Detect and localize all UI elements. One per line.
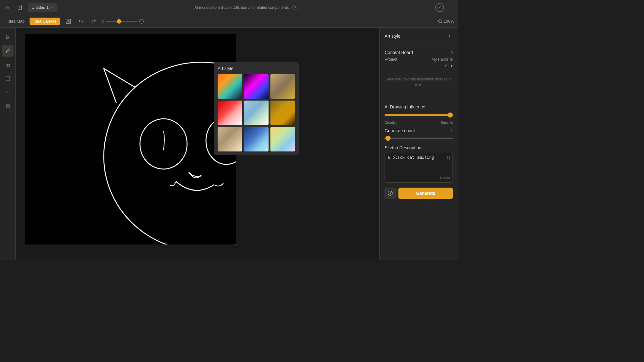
svg-rect-12 — [6, 77, 10, 80]
generate-count-row: Generate count 1 — [385, 128, 453, 133]
project-value: My Favorite — [431, 57, 453, 62]
idea-map-tab[interactable]: Idea Map — [4, 18, 28, 25]
top-bar-center: AI models from Stable Diffusion and rela… — [57, 5, 435, 10]
divider-1 — [385, 45, 453, 45]
text-edit-icon[interactable]: T| — [446, 155, 450, 160]
top-bar: ⌂ Untitled 1 × AI models from Stable Dif… — [0, 0, 458, 15]
home-button[interactable]: ⌂ — [3, 3, 13, 13]
art-style-header: Art style + — [385, 33, 453, 40]
content-board-count: 0 — [451, 50, 453, 55]
ai-influence-slider-thumb[interactable] — [448, 112, 453, 118]
sketch-description-section: Sketch Description a black cat smiling T… — [385, 145, 453, 183]
generate-button[interactable]: Generate — [398, 188, 453, 199]
document-tab[interactable]: Untitled 1 × — [28, 3, 57, 12]
art-style-title: Art style — [385, 34, 401, 39]
generate-count-value: 1 — [451, 129, 453, 133]
info-icon[interactable]: ? — [292, 5, 298, 10]
eraser-tool-button[interactable] — [2, 59, 14, 70]
art-style-thumb-6[interactable] — [270, 101, 295, 125]
generate-count-label: Generate count — [385, 128, 415, 133]
generate-count-thumb[interactable] — [386, 136, 391, 141]
select-tool-button[interactable] — [2, 31, 14, 43]
ai-influence-labels: Creative Specific — [385, 121, 453, 124]
svg-point-17 — [140, 119, 187, 169]
ai-influence-slider-track[interactable] — [385, 114, 453, 116]
zoom-percent-area: 100% — [438, 19, 454, 24]
crop-tool-button[interactable] — [2, 101, 14, 112]
history-button[interactable] — [385, 188, 396, 199]
art-style-thumb-8[interactable] — [244, 127, 269, 151]
generate-row: Generate — [385, 188, 453, 199]
idea-canvas-tab[interactable]: Idea Canvas — [30, 18, 60, 25]
generate-count-slider-container — [385, 135, 453, 141]
book-button[interactable] — [15, 3, 25, 13]
content-board-section: Content Board 0 Project My Favorite All … — [385, 50, 453, 94]
save-button[interactable] — [64, 17, 73, 26]
specific-label: Specific — [441, 121, 453, 124]
zoom-slider[interactable] — [106, 21, 137, 22]
ai-influence-slider-container — [385, 112, 453, 118]
tab-close-button[interactable]: × — [51, 5, 53, 10]
art-style-add-button[interactable]: + — [446, 33, 453, 40]
check-button[interactable]: ✓ — [435, 3, 444, 12]
draw-tool-button[interactable] — [2, 45, 14, 57]
content-board-row: Content Board 0 — [385, 50, 453, 55]
top-bar-right: ✓ ⋮ — [435, 3, 455, 12]
left-sidebar — [0, 28, 16, 260]
art-style-thumb-3[interactable] — [270, 74, 295, 99]
divider-2 — [385, 99, 453, 99]
art-style-popup: Art style — [214, 62, 299, 155]
zoom-min-dot — [102, 20, 104, 23]
svg-line-8 — [441, 22, 442, 23]
toolbar-row: Idea Map Idea Canvas 100% — [0, 15, 458, 28]
tab-title: Untitled 1 — [31, 5, 49, 10]
content-board-label: Content Board — [385, 50, 413, 55]
ai-notice-text: AI models from Stable Diffusion and rela… — [194, 5, 290, 10]
art-style-thumb-7[interactable] — [218, 127, 242, 151]
svg-point-7 — [438, 19, 441, 22]
project-label: Project — [385, 57, 397, 62]
more-options-button[interactable]: ⋮ — [447, 3, 455, 12]
generate-count-slider[interactable] — [385, 138, 453, 139]
art-style-grid — [218, 74, 295, 151]
top-bar-left: ⌂ Untitled 1 × — [3, 3, 57, 13]
zoom-slider-group — [102, 19, 144, 24]
shape-tool-button[interactable] — [2, 73, 14, 84]
zoom-max-dot — [139, 19, 144, 24]
chevron-down-icon: ▾ — [451, 63, 453, 68]
art-style-thumb-9[interactable] — [270, 127, 295, 151]
art-style-thumb-2[interactable] — [244, 74, 269, 99]
sketch-desc-title: Sketch Description — [385, 145, 453, 150]
art-style-thumb-5[interactable] — [244, 101, 269, 125]
main-area: Art style Art style + — [0, 28, 458, 260]
filter-label: All — [445, 63, 449, 68]
sketch-desc-input[interactable]: a black cat smiling — [387, 155, 450, 174]
art-style-popup-title: Art style — [218, 66, 295, 71]
nav-tabs: Idea Map Idea Canvas — [4, 18, 60, 25]
zoom-percent-label: 100% — [444, 19, 454, 24]
canvas-area[interactable]: Art style — [16, 28, 379, 260]
ai-drawing-section: AI Drawing Influence Creative Specific — [385, 104, 453, 124]
svg-rect-6 — [67, 22, 70, 23]
creative-label: Creative — [385, 121, 397, 124]
content-board-empty-message: Save your favorite inspiration images or… — [385, 70, 453, 94]
project-row: Project My Favorite — [385, 57, 453, 62]
art-style-section: Art style + — [385, 33, 453, 40]
redo-button[interactable] — [89, 17, 98, 26]
ai-drawing-title: AI Drawing Influence — [385, 104, 453, 109]
filter-all-dropdown[interactable]: All ▾ — [445, 63, 453, 68]
undo-button[interactable] — [76, 17, 85, 26]
hand-tool-button[interactable] — [2, 87, 14, 98]
svg-rect-13 — [6, 105, 9, 108]
generate-count-section: Generate count 1 — [385, 128, 453, 141]
art-style-thumb-4[interactable] — [218, 101, 242, 125]
right-panel: Art style + Content Board 0 Project My F… — [379, 28, 458, 260]
sketch-desc-box: a black cat smiling T| 19/500 — [385, 152, 453, 183]
drawing-canvas[interactable] — [25, 34, 236, 244]
art-style-thumb-1[interactable] — [218, 74, 242, 99]
svg-rect-10 — [6, 64, 10, 67]
char-count-label: 19/500 — [387, 176, 450, 180]
